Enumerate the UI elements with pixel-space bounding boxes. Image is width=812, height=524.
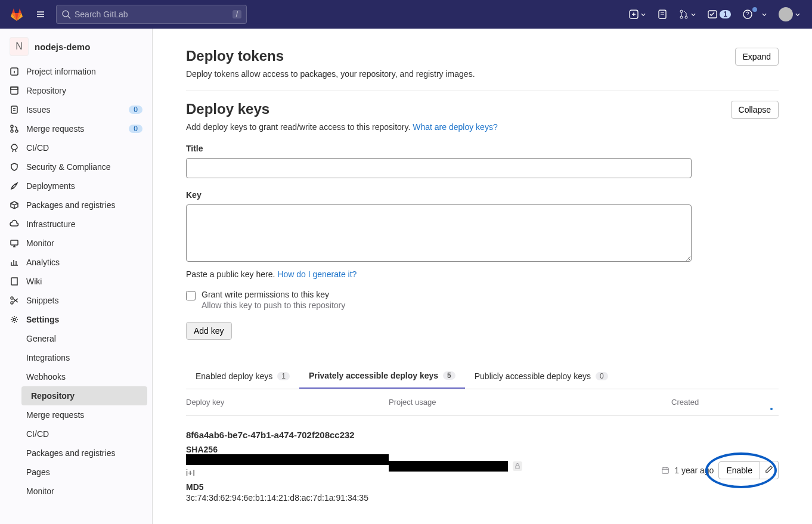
todos-link[interactable]: 1: [705, 7, 733, 21]
key-textarea[interactable]: [186, 204, 692, 262]
what-are-deploy-keys-link[interactable]: What are deploy keys?: [413, 122, 497, 132]
add-key-button[interactable]: Add key: [186, 322, 232, 340]
svg-point-5: [685, 16, 687, 18]
sidebar-item-repository[interactable]: Repository: [0, 81, 152, 100]
key-label: Key: [186, 190, 779, 200]
sidebar-item-label: Pages: [26, 467, 50, 477]
tab-label: Privately accessible deploy keys: [309, 371, 438, 380]
sidebar-item-label: Merge requests: [26, 410, 84, 420]
search-input[interactable]: [75, 10, 233, 19]
calendar-icon: [661, 466, 670, 475]
chart-icon: [10, 258, 19, 267]
subnav-integrations[interactable]: Integrations: [17, 348, 152, 367]
subnav-packages[interactable]: Packages and registries: [17, 444, 152, 463]
tab-private[interactable]: Privately accessible deploy keys5: [299, 364, 465, 389]
table-header: Deploy key Project usage Created: [186, 389, 779, 416]
sidebar-item-wiki[interactable]: Wiki: [0, 272, 152, 291]
info-icon: [10, 67, 19, 76]
subnav-merge-requests[interactable]: Merge requests: [17, 405, 152, 424]
write-perm-checkbox[interactable]: [186, 291, 196, 300]
menu-icon[interactable]: [31, 5, 50, 24]
checkbox-label: Grant write permissions to this key: [202, 290, 345, 299]
sidebar-item-label: Security & Compliance: [26, 162, 111, 172]
write-perm-row: Grant write permissions to this key Allo…: [186, 290, 779, 310]
subnav-monitor[interactable]: Monitor: [17, 482, 152, 501]
sidebar-item-label: CI/CD: [26, 429, 49, 439]
chevron-down-icon: [762, 13, 767, 16]
tab-label: Enabled deploy keys: [196, 371, 272, 381]
search-icon: [61, 10, 71, 19]
issues-link[interactable]: [655, 7, 670, 21]
generate-link[interactable]: How do I generate it?: [277, 269, 357, 279]
project-header[interactable]: N nodejs-demo: [0, 31, 152, 62]
svg-point-14: [16, 130, 18, 132]
lock-icon: [513, 461, 522, 471]
todos-badge: 1: [720, 10, 731, 18]
svg-point-16: [11, 297, 13, 299]
sidebar-item-project-info[interactable]: Project information: [0, 62, 152, 81]
cloud-icon: [10, 219, 19, 229]
scissors-icon: [10, 296, 19, 305]
subnav-webhooks[interactable]: Webhooks: [17, 367, 152, 386]
sidebar-item-label: Issues: [26, 105, 50, 114]
sidebar-item-analytics[interactable]: Analytics: [0, 253, 152, 272]
sidebar-item-cicd[interactable]: CI/CD: [0, 138, 152, 157]
subnav-repository[interactable]: Repository: [21, 386, 147, 405]
sidebar-item-label: General: [26, 334, 56, 343]
gitlab-logo-icon[interactable]: [10, 7, 24, 21]
merge-requests-link[interactable]: [677, 7, 698, 21]
key-hint: Paste a public key here. How do I genera…: [186, 269, 779, 279]
sidebar-item-deployments[interactable]: Deployments: [0, 176, 152, 196]
sidebar-item-snippets[interactable]: Snippets: [0, 291, 152, 310]
search-box[interactable]: /: [56, 5, 247, 24]
svg-rect-20: [662, 467, 669, 473]
sha-label: SHA256: [186, 445, 389, 454]
created-time: 1 year ago: [674, 466, 714, 475]
redacted-project: [389, 461, 508, 472]
plus-icon: [629, 10, 639, 19]
svg-rect-19: [516, 466, 519, 469]
tab-badge: 5: [443, 371, 455, 380]
expand-button[interactable]: Expand: [735, 48, 779, 66]
sidebar-item-label: Project information: [26, 67, 96, 76]
sidebar-item-label: Analytics: [26, 258, 60, 267]
tab-enabled[interactable]: Enabled deploy keys1: [186, 364, 299, 389]
create-menu[interactable]: [627, 7, 648, 21]
md5-fingerprint: 3c:74:3d:62:94:6e:b1:14:21:d8:ac:7d:1a:9…: [186, 493, 389, 503]
badge: 0: [129, 106, 142, 114]
subnav-general[interactable]: General: [17, 329, 152, 348]
tab-public[interactable]: Publicly accessible deploy keys0: [465, 364, 618, 389]
sidebar-item-label: Merge requests: [26, 124, 84, 134]
desc-text: Add deploy keys to grant read/write acce…: [186, 122, 413, 132]
settings-subnav: General Integrations Webhooks Repository…: [0, 329, 152, 501]
section-desc: Add deploy keys to grant read/write acce…: [186, 122, 498, 132]
deploy-key-tabs: Enabled deploy keys1 Privately accessibl…: [186, 364, 779, 389]
deploy-keys-section: Deploy keys Add deploy keys to grant rea…: [186, 91, 779, 524]
enable-button[interactable]: Enable: [718, 461, 760, 479]
sidebar-item-label: Deployments: [26, 181, 75, 191]
user-menu[interactable]: [776, 5, 802, 24]
edit-button[interactable]: [760, 461, 779, 479]
svg-point-4: [680, 16, 683, 18]
sidebar-item-issues[interactable]: Issues0: [0, 100, 152, 119]
shield-icon: [10, 162, 19, 172]
sidebar-item-settings[interactable]: Settings: [0, 310, 152, 329]
redacted-fingerprint: [186, 454, 389, 465]
issues-icon: [658, 10, 667, 19]
todo-icon: [708, 10, 717, 19]
sidebar-item-security[interactable]: Security & Compliance: [0, 157, 152, 176]
sidebar-item-merge-requests[interactable]: Merge requests0: [0, 119, 152, 138]
title-label: Title: [186, 144, 779, 153]
sidebar-item-infrastructure[interactable]: Infrastructure: [0, 215, 152, 234]
collapse-button[interactable]: Collapse: [731, 101, 779, 119]
sidebar-item-monitor[interactable]: Monitor: [0, 234, 152, 253]
top-header: / 1: [0, 0, 812, 29]
title-input[interactable]: [186, 158, 692, 178]
sidebar-item-label: Infrastructure: [26, 219, 75, 229]
sidebar-item-packages[interactable]: Packages and registries: [0, 196, 152, 215]
subnav-pages[interactable]: Pages: [17, 463, 152, 482]
svg-point-18: [13, 318, 16, 321]
usage-user: i+I: [186, 468, 389, 478]
subnav-cicd[interactable]: CI/CD: [17, 424, 152, 444]
help-menu[interactable]: [740, 7, 769, 21]
